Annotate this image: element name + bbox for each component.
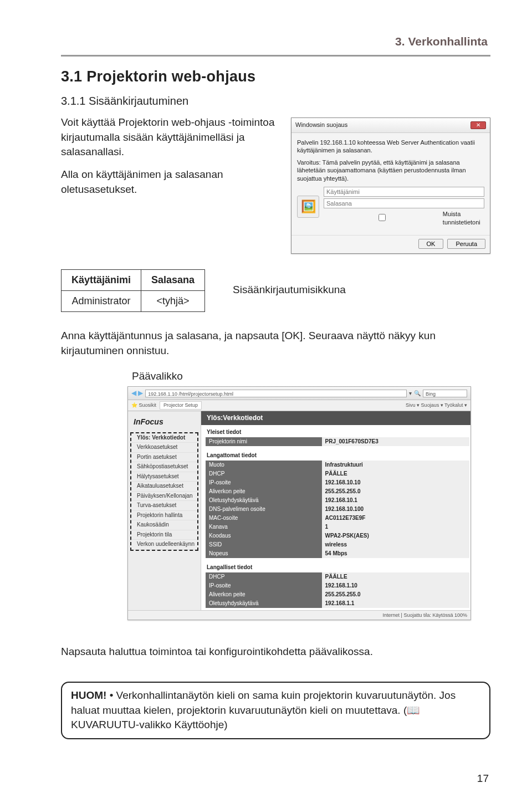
- instruction-para: Anna käyttäjäntunnus ja salasana, ja nap…: [61, 329, 490, 358]
- search-box[interactable]: Bing: [423, 390, 467, 397]
- subsection-title: 3.1.1 Sisäänkirjautuminen: [61, 93, 490, 109]
- username-field[interactable]: [324, 187, 484, 197]
- remember-checkbox[interactable]: Muista tunnistetietoni: [324, 210, 484, 227]
- td-password: <tyhjä>: [141, 291, 205, 312]
- intro-p2: Alla on käyttäjänimen ja salasanan oletu…: [61, 167, 277, 197]
- sidebar-item[interactable]: Projektorin hallinta: [131, 511, 197, 521]
- password-field[interactable]: [324, 198, 484, 208]
- section-header: 3. Verkonhallinta: [61, 33, 490, 49]
- table-row: Aliverkon peite255.255.255.0: [206, 590, 469, 599]
- table-row: Aliverkon peite255.255.255.0: [206, 487, 469, 496]
- browser-status-bar: Internet | Suojattu tila: Käytössä 100%: [128, 610, 470, 620]
- user-icon: 🖼️: [297, 196, 319, 218]
- address-bar[interactable]: 192.168.1.10 /html/projectorsetup.html: [145, 390, 407, 397]
- close-icon[interactable]: ✕: [470, 121, 486, 129]
- table-row: Projektorin nimiPRJ_001F670SD7E3: [206, 437, 469, 446]
- sidebar-item[interactable]: Aikatauluasetukset: [131, 482, 197, 492]
- table-row: MuotoInfrastruktuuri: [206, 461, 469, 469]
- page-title: 3.1 Projektorin web-ohjaus: [61, 67, 490, 88]
- note-label: HUOM!: [71, 689, 106, 701]
- table-row: Oletusyhdyskäytävä192.168.10.1: [206, 496, 469, 505]
- table-row: IP-osoite192.168.1.10: [206, 581, 469, 590]
- main-menu-dashed-box: Ylös: VerkkotiedotVerkkoasetuksetPortin …: [130, 432, 198, 551]
- browser-tab[interactable]: Projector Setup: [160, 401, 202, 410]
- section-general: Yleiset tiedot: [201, 425, 470, 437]
- table-row: Kanava1: [206, 523, 469, 531]
- toolbar-right[interactable]: Sivu ▾ Suojaus ▾ Työkalut ▾: [406, 402, 467, 409]
- sidebar-item[interactable]: Päiväyksen/Kellonajan: [131, 492, 197, 502]
- table-row: Nopeus54 Mbps: [206, 549, 469, 558]
- book-icon: 📖: [407, 704, 420, 716]
- dialog-title: Windowsin suojaus: [295, 121, 347, 129]
- sidebar-item[interactable]: Projektorin tila: [131, 530, 197, 540]
- browser-screenshot: ◀ ▶ 192.168.1.10 /html/projectorsetup.ht…: [127, 386, 471, 620]
- intro-p1: Voit käyttää Projektorin web-ohjaus -toi…: [61, 115, 277, 160]
- table-row: MAC-osoiteAC0112E73E9F: [206, 514, 469, 523]
- th-username: Käyttäjänimi: [62, 269, 141, 290]
- main-menu-caption: Päävalikko: [132, 369, 490, 384]
- page-number: 17: [477, 771, 489, 786]
- sidebar-item[interactable]: Hälytysasetukset: [131, 472, 197, 482]
- sidebar-item[interactable]: Portin asetukset: [131, 453, 197, 463]
- page-banner: Ylös:Verkkotiedot: [201, 411, 470, 425]
- section-wireless: Langattomat tiedot: [201, 448, 470, 461]
- wireless-table: MuotoInfrastruktuuriDHCPPÄÄLLEIP-osoite1…: [206, 461, 469, 558]
- login-window-caption: Sisäänkirjautumisikkuna: [233, 283, 346, 298]
- note-box: HUOM! • Verkonhallintanäytön kieli on sa…: [61, 682, 490, 739]
- wired-table: DHCPPÄÄLLEIP-osoite192.168.1.10Aliverkon…: [206, 572, 469, 608]
- dialog-text-2: Varoitus: Tämä palvelin pyytää, että käy…: [297, 158, 484, 182]
- table-row: KoodausWPA2-PSK(AES): [206, 531, 469, 540]
- section-wired: Langalliset tiedot: [201, 560, 470, 572]
- ok-button[interactable]: OK: [418, 239, 444, 249]
- sidebar-item[interactable]: Kaukosäädin: [131, 520, 197, 530]
- table-row: DHCPPÄÄLLE: [206, 572, 469, 581]
- sidebar-item[interactable]: Ylös: Verkkotiedot: [131, 433, 197, 443]
- bottom-instruction: Napsauta haluttua toimintoa tai konfigur…: [61, 645, 490, 659]
- cancel-button[interactable]: Peruuta: [447, 239, 485, 249]
- table-row: DHCPPÄÄLLE: [206, 469, 469, 478]
- table-row: SSIDwireless: [206, 540, 469, 549]
- credentials-table: Käyttäjänimi Salasana Administrator <tyh…: [61, 269, 205, 312]
- favorites-label[interactable]: ⭐ Suosikit: [131, 402, 156, 409]
- header-divider: [61, 55, 490, 57]
- td-username: Administrator: [62, 291, 141, 312]
- login-dialog: Windowsin suojaus ✕ Palvelin 192.168.1.1…: [291, 117, 490, 254]
- sidebar-item[interactable]: Verkkoasetukset: [131, 443, 197, 453]
- back-forward-icon[interactable]: ◀ ▶: [131, 388, 143, 398]
- table-row: Oletusyhdyskäytävä192.168.1.1: [206, 599, 469, 608]
- sidebar-item[interactable]: Verkon uudelleenkäynn: [131, 540, 197, 550]
- table-row: DNS-palvelimen osoite192.168.10.100: [206, 505, 469, 514]
- table-row: IP-osoite192.168.10.10: [206, 478, 469, 487]
- th-password: Salasana: [141, 269, 205, 290]
- general-table: Projektorin nimiPRJ_001F670SD7E3: [206, 437, 469, 446]
- sidebar-item[interactable]: Sähköpostiasetukset: [131, 462, 197, 472]
- dialog-text-1: Palvelin 192.168.1.10 kohteessa Web Serv…: [297, 139, 484, 155]
- infocus-logo: InFocus: [128, 415, 201, 431]
- sidebar-item[interactable]: Turva-asetukset: [131, 501, 197, 511]
